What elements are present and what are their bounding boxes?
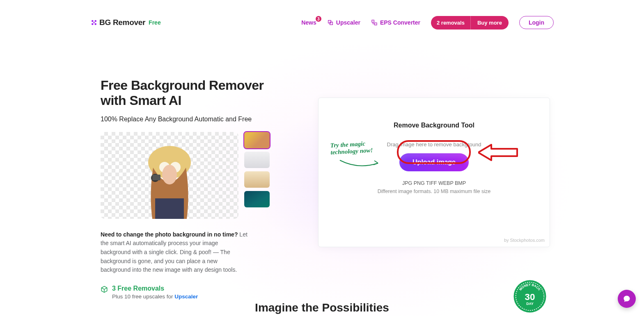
nav-eps-label: EPS Converter [380, 19, 420, 26]
login-button[interactable]: Login [519, 16, 554, 29]
thumbnail-2[interactable] [244, 152, 270, 168]
eps-icon [371, 19, 378, 26]
hero-title: Free Background Remover with Smart AI [101, 78, 277, 108]
nav: News 3 Upscaler EPS Converter 2 removals… [301, 16, 554, 30]
brand-free-tag: Free [149, 19, 161, 26]
free-removals: 3 Free Removals Plus 10 free upscales fo… [101, 285, 277, 300]
thumbnail-4[interactable] [244, 191, 270, 207]
upload-card: Remove Background Tool Drag image here t… [318, 98, 550, 247]
main: Free Background Remover with Smart AI 10… [0, 33, 644, 300]
svg-rect-7 [372, 20, 374, 22]
sample-row [101, 132, 277, 219]
brand-logo[interactable]: BG Remover Free [90, 18, 161, 27]
thumbnail-list [244, 132, 270, 219]
hero-title-l2: with Smart AI [101, 93, 181, 108]
desc-strong: Need to change the photo background in n… [101, 231, 238, 238]
upload-column: Remove Background Tool Drag image here t… [302, 78, 554, 300]
brand-name: BG Remover [99, 18, 145, 27]
hero-title-l1: Free Background Remover [101, 78, 264, 93]
nav-news[interactable]: News 3 [301, 19, 316, 26]
sample-preview [101, 132, 238, 219]
free-removals-title: 3 Free Removals [112, 285, 198, 292]
free-removals-sub: Plus 10 free upscales for Upscaler [112, 293, 198, 300]
svg-rect-14 [155, 198, 184, 219]
nav-news-label: News [301, 19, 316, 26]
svg-point-1 [95, 20, 97, 22]
upload-image-button[interactable]: Upload image [399, 153, 469, 171]
card-hint: Drag image here to remove background [387, 141, 481, 148]
svg-rect-4 [94, 22, 95, 23]
upscaler-icon [327, 19, 334, 26]
thumbnail-1[interactable] [244, 132, 270, 148]
svg-rect-8 [375, 23, 377, 25]
news-badge: 3 [316, 16, 321, 22]
size-hint: Different image formats. 10 MB maximum f… [378, 189, 491, 194]
nav-eps[interactable]: EPS Converter [371, 19, 420, 26]
buy-more-button[interactable]: Buy more [471, 16, 509, 30]
removals-pill: 2 removals Buy more [431, 16, 509, 30]
svg-point-2 [92, 23, 94, 25]
header: BG Remover Free News 3 Upscaler EPS Conv… [0, 0, 644, 33]
svg-point-3 [95, 23, 97, 25]
removals-count: 2 removals [431, 16, 471, 30]
supported-formats: JPG PNG TIFF WEBP BMP [402, 180, 466, 186]
upscaler-link[interactable]: Upscaler [174, 293, 198, 300]
brand-icon [90, 19, 98, 26]
byline: by Stockphotos.com [504, 238, 545, 243]
svg-rect-16 [152, 175, 160, 180]
hero-description: Need to change the photo background in n… [101, 230, 248, 275]
package-icon [101, 286, 108, 293]
person-cutout [133, 137, 206, 219]
svg-text:DAY: DAY [526, 302, 534, 306]
thumbnail-3[interactable] [244, 171, 270, 188]
hero-subtitle: 100% Replace Any Background Automatic an… [101, 116, 277, 123]
free-sub-prefix: Plus 10 free upscales for [112, 293, 174, 300]
svg-point-0 [92, 20, 94, 22]
nav-upscaler-label: Upscaler [336, 19, 360, 26]
nav-upscaler[interactable]: Upscaler [327, 19, 360, 26]
hero-column: Free Background Remover with Smart AI 10… [101, 78, 277, 300]
svg-point-13 [162, 165, 177, 184]
card-title: Remove Background Tool [394, 122, 474, 129]
